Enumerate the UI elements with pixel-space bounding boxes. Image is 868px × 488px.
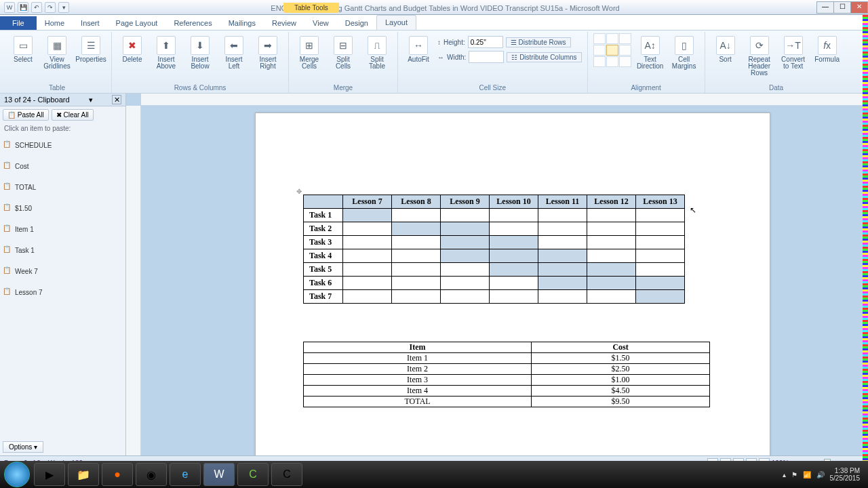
tray-volume-icon[interactable]: 🔊 — [816, 471, 825, 479]
system-tray[interactable]: ▴ ⚑ 📶 🔊 1:38 PM5/25/2015 — [783, 467, 865, 482]
titlebar: W 💾 ↶ ↷ ▾ Table Tools ENGL 202CD Making … — [0, 0, 868, 15]
height-row: ↕Height: ☰ Distribute Rows — [437, 36, 582, 48]
taskbar-firefox[interactable]: ● — [102, 463, 133, 486]
clipboard-item[interactable]: SCHEDULE — [0, 135, 125, 156]
undo-icon[interactable]: ↶ — [31, 2, 42, 13]
ribbon: ▭Select ▦View Gridlines ☰Properties Tabl… — [0, 30, 868, 94]
mouse-cursor-icon: ↖ — [690, 205, 696, 215]
repeat-header-button[interactable]: ⟳Repeat Header Rows — [745, 33, 774, 77]
width-input[interactable] — [469, 51, 504, 63]
tab-insert[interactable]: Insert — [73, 16, 108, 30]
clipboard-item[interactable]: Cost — [0, 156, 125, 177]
formula-button[interactable]: fxFormula — [812, 33, 842, 63]
tab-review[interactable]: Review — [264, 16, 304, 30]
tray-flag-icon[interactable]: ⚑ — [791, 471, 797, 479]
paste-all-button[interactable]: 📋 Paste All — [3, 109, 49, 121]
width-row: ↔Width: ☷ Distribute Columns — [437, 51, 582, 63]
clipboard-item[interactable]: Task 1 — [0, 240, 125, 261]
close-button[interactable]: ✕ — [850, 1, 868, 14]
start-button[interactable] — [4, 462, 30, 487]
clipboard-options-button[interactable]: Options ▾ — [3, 441, 43, 453]
alignment-grid[interactable] — [593, 33, 631, 67]
select-button[interactable]: ▭Select — [8, 33, 38, 63]
horizontal-ruler[interactable] — [141, 94, 868, 106]
split-table-button[interactable]: ⎍Split Table — [362, 33, 392, 70]
budget-table[interactable]: ItemCostItem 1$1.50Item 2$2.50Item 3$1.0… — [303, 342, 710, 407]
document-page: ✥ Lesson 7Lesson 8Lesson 9Lesson 10Lesso… — [255, 113, 770, 455]
view-gridlines-button[interactable]: ▦View Gridlines — [42, 33, 72, 70]
split-cells-button[interactable]: ⊟Split Cells — [328, 33, 358, 70]
minimize-button[interactable]: — — [816, 1, 834, 14]
clipboard-item[interactable]: Week 7 — [0, 261, 125, 282]
file-tab[interactable]: File — [0, 16, 37, 30]
height-input[interactable] — [468, 36, 503, 48]
clip-dropdown-icon[interactable]: ▾ — [89, 96, 93, 104]
window-controls: — ☐ ✕ — [817, 1, 868, 14]
taskbar-chrome[interactable]: ◉ — [136, 463, 167, 486]
cell-margins-button[interactable]: ▯Cell Margins — [669, 33, 699, 70]
clipboard-close-button[interactable]: ✕ — [112, 95, 121, 104]
insert-below-button[interactable]: ⬇Insert Below — [185, 33, 215, 70]
clipboard-pane: 13 of 24 - Clipboard ▾ ✕ 📋 Paste All ✖ C… — [0, 94, 126, 455]
group-cellsize-label: Cell Size — [403, 83, 582, 92]
tray-clock[interactable]: 1:38 PM5/25/2015 — [830, 467, 861, 482]
tab-home[interactable]: Home — [37, 16, 73, 30]
ribbon-tabs: File HomeInsertPage LayoutReferencesMail… — [0, 15, 868, 30]
group-rows-cols-label: Rows & Columns — [117, 83, 283, 92]
tray-up-icon[interactable]: ▴ — [783, 471, 786, 479]
taskbar-explorer[interactable]: 📁 — [68, 463, 99, 486]
autofit-button[interactable]: ↔AutoFit — [403, 33, 433, 63]
tab-mailings[interactable]: Mailings — [220, 16, 264, 30]
text-direction-button[interactable]: A↕Text Direction — [635, 33, 665, 70]
taskbar-camtasia-rec[interactable]: C — [237, 463, 269, 486]
qat-more-icon[interactable]: ▾ — [58, 2, 69, 13]
tab-page-layout[interactable]: Page Layout — [108, 16, 166, 30]
sort-button[interactable]: A↓Sort — [711, 33, 741, 63]
group-alignment-label: Alignment — [593, 83, 699, 92]
tab-design[interactable]: Design — [337, 16, 376, 30]
taskbar-word[interactable]: W — [203, 463, 235, 486]
quick-access-toolbar: W 💾 ↶ ↷ ▾ — [0, 2, 73, 13]
properties-button[interactable]: ☰Properties — [76, 33, 106, 63]
group-table-label: Table — [8, 83, 106, 92]
taskbar: ▶ 📁 ● ◉ e W C C ▴ ⚑ 📶 🔊 1:38 PM5/25/2015 — [0, 461, 868, 488]
clipboard-item[interactable]: TOTAL — [0, 177, 125, 198]
distribute-rows-button[interactable]: ☰ Distribute Rows — [506, 37, 571, 47]
window-title: ENGL 202CD Making Gantt Charts and Budge… — [73, 3, 817, 12]
tab-layout[interactable]: Layout — [376, 15, 416, 30]
taskbar-camtasia[interactable]: C — [271, 463, 302, 486]
clipboard-list: SCHEDULECostTOTAL$1.50Item 1Task 1Week 7… — [0, 134, 125, 439]
taskbar-media-player[interactable]: ▶ — [34, 463, 65, 486]
clipboard-hint: Click an item to paste: — [0, 123, 125, 134]
tab-references[interactable]: References — [165, 16, 220, 30]
maximize-button[interactable]: ☐ — [833, 1, 851, 14]
clear-all-button[interactable]: ✖ Clear All — [52, 109, 94, 121]
insert-left-button[interactable]: ⬅Insert Left — [219, 33, 249, 70]
decorative-strip — [863, 15, 868, 461]
clipboard-item[interactable]: Item 1 — [0, 219, 125, 240]
table-move-handle-icon[interactable]: ✥ — [296, 188, 302, 195]
group-data-label: Data — [711, 83, 842, 92]
distribute-cols-button[interactable]: ☷ Distribute Columns — [507, 52, 581, 62]
tab-view[interactable]: View — [304, 16, 337, 30]
taskbar-ie[interactable]: e — [170, 463, 201, 486]
clipboard-item[interactable]: $1.50 — [0, 198, 125, 219]
convert-text-button[interactable]: →TConvert to Text — [778, 33, 808, 70]
word-icon: W — [4, 2, 15, 13]
context-tools-tab: Table Tools — [283, 3, 339, 13]
delete-button[interactable]: ✖Delete — [117, 33, 147, 63]
save-icon[interactable]: 💾 — [18, 2, 28, 13]
vertical-ruler[interactable] — [126, 106, 141, 455]
merge-cells-button[interactable]: ⊞Merge Cells — [294, 33, 324, 70]
insert-right-button[interactable]: ➡Insert Right — [253, 33, 283, 70]
gantt-table[interactable]: Lesson 7Lesson 8Lesson 9Lesson 10Lesson … — [303, 195, 685, 304]
insert-above-button[interactable]: ⬆Insert Above — [151, 33, 181, 70]
group-merge-label: Merge — [294, 83, 392, 92]
tray-network-icon[interactable]: 📶 — [803, 471, 811, 479]
clipboard-header: 13 of 24 - Clipboard — [4, 96, 70, 104]
clipboard-item[interactable]: Lesson 7 — [0, 282, 125, 303]
redo-icon[interactable]: ↷ — [45, 2, 56, 13]
